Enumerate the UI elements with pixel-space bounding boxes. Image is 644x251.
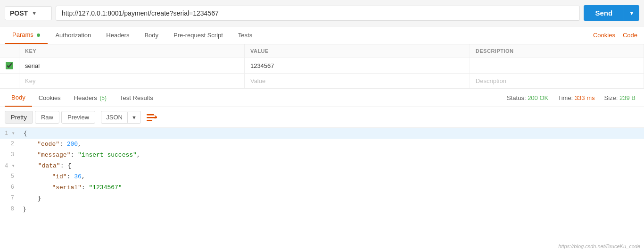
resp-tab-headers-label: Headers [74,94,97,101]
line-num-7: 7 [0,194,19,202]
line-content-4: "data": { [20,161,644,170]
line-content-2: "code": 200, [19,140,644,149]
format-select[interactable]: JSON ▼ [101,111,141,124]
resp-tab-testresults[interactable]: Test Results [113,90,160,106]
time-value: 333 ms [575,94,595,101]
line-content-8: } [19,205,644,214]
param-desc-placeholder[interactable]: Description [470,74,632,89]
col-extra [632,44,644,58]
line-num-6: 6 [0,183,19,192]
url-input[interactable] [56,6,580,21]
tab-tests-label: Tests [238,32,252,39]
params-table: KEY VALUE DESCRIPTION serial 1234567 [0,44,644,89]
method-label: POST [10,9,28,17]
resp-tab-testresults-label: Test Results [120,94,153,101]
param-checkbox[interactable] [6,62,13,69]
request-tabs: Params Authorization Headers Body Pre-re… [0,26,644,44]
response-status: Status: 200 OK Time: 333 ms Size: 239 B [507,94,639,101]
param-empty-extra [632,74,644,89]
wrap-button[interactable] [147,113,157,122]
line-content-7: } [19,194,644,203]
params-section: KEY VALUE DESCRIPTION serial 1234567 [0,44,644,89]
param-check-cell[interactable] [0,58,19,74]
code-line-5: 5 "id": 36, [0,171,644,182]
line-content-6: "serial": "1234567" [19,183,644,192]
tab-headers[interactable]: Headers [99,27,137,43]
col-key: KEY [19,44,245,58]
format-select-arrow-icon[interactable]: ▼ [127,112,140,123]
line-content-3: "message": "insert success", [19,151,644,159]
method-select[interactable]: POST ▼ [5,6,52,20]
col-check [0,44,19,58]
headers-badge: (5) [99,95,107,101]
line-num-1: 1 ▾ [0,129,20,138]
param-value-placeholder[interactable]: Value [244,74,470,89]
code-line-1: 1 ▾ { [0,128,644,139]
code-line-3: 3 "message": "insert success", [0,150,644,160]
code-link[interactable]: Code [621,27,639,43]
resp-tab-headers[interactable]: Headers (5) [67,90,113,106]
line-content-5: "id": 36, [19,172,644,181]
params-dot [37,33,40,37]
time-label: Time: 333 ms [558,94,594,101]
cookies-link[interactable]: Cookies [591,27,617,43]
tab-authorization[interactable]: Authorization [48,27,99,43]
line-num-2: 2 [0,140,19,148]
svg-rect-2 [147,120,152,121]
code-line-7: 7 } [0,193,644,204]
code-line-4: 4 ▾ "data": { [0,160,644,171]
resp-tab-cookies-label: Cookies [39,94,61,101]
format-select-label: JSON [101,111,127,123]
size-label: Size: 239 B [604,94,636,101]
method-chevron-icon: ▼ [32,10,37,16]
tab-params-label: Params [12,31,33,38]
resp-tab-body-label: Body [11,94,25,101]
tab-prerequest-label: Pre-request Script [173,32,223,39]
tab-tests[interactable]: Tests [231,27,260,43]
tab-authorization-label: Authorization [55,32,91,39]
line-num-5: 5 [0,172,19,181]
code-line-8: 8 } [0,204,644,215]
code-line-2: 2 "code": 200, [0,139,644,150]
req-tabs-right: Cookies Code [591,27,639,43]
param-row-serial: serial 1234567 [0,58,644,74]
line-num-4: 4 ▾ [0,161,20,170]
tab-params[interactable]: Params [5,26,48,44]
status-label: Status: 200 OK [507,94,548,101]
svg-rect-0 [147,114,154,116]
resp-tab-body[interactable]: Body [5,89,32,107]
code-area: 1 ▾ { 2 "code": 200, 3 "message": "inser… [0,128,644,215]
preview-button[interactable]: Preview [61,111,95,124]
send-dropdown-button[interactable]: ▼ [624,5,639,21]
tab-body[interactable]: Body [137,27,166,43]
size-value: 239 B [619,94,636,101]
param-row-empty: Key Value Description [0,74,644,89]
param-empty-check-cell [0,74,19,89]
param-desc-cell[interactable] [470,58,632,74]
param-extra-cell [632,58,644,74]
format-bar: Pretty Raw Preview JSON ▼ [0,107,644,128]
raw-button[interactable]: Raw [35,111,59,124]
col-description: DESCRIPTION [470,44,632,58]
send-button[interactable]: Send [584,5,624,21]
status-value: 200 OK [528,94,548,101]
code-line-6: 6 "serial": "1234567" [0,182,644,193]
top-bar: POST ▼ Send ▼ [0,0,644,26]
line-content-1: { [20,129,644,138]
line-num-3: 3 [0,151,19,159]
wrap-icon [147,113,157,122]
line-num-8: 8 [0,205,19,213]
tab-prerequest[interactable]: Pre-request Script [166,27,231,43]
tab-body-label: Body [144,32,158,39]
send-btn-group: Send ▼ [584,5,639,21]
resp-tab-cookies[interactable]: Cookies [32,90,67,106]
pretty-button[interactable]: Pretty [5,111,33,124]
param-key-cell[interactable]: serial [19,58,245,74]
param-value-cell[interactable]: 1234567 [244,58,470,74]
col-value: VALUE [244,44,470,58]
tab-headers-label: Headers [106,32,129,39]
response-tabs-bar: Body Cookies Headers (5) Test Results St… [0,89,644,107]
param-key-placeholder[interactable]: Key [19,74,245,89]
